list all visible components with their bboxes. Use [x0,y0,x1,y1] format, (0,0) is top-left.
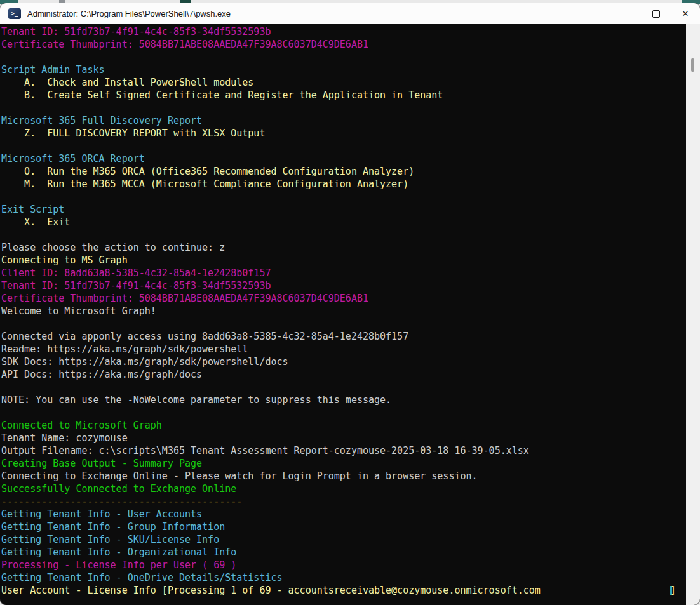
title-bar[interactable]: >_ Administrator: C:\Program Files\Power… [0,3,700,24]
scrollbar[interactable] [686,24,700,605]
minimize-button[interactable]: — [612,3,642,24]
terminal-line: X. Exit [1,216,686,229]
terminal-line: Output Filename: c:\scripts\M365 Tenant … [1,444,686,457]
terminal-line [1,190,686,203]
terminal-line: NOTE: You can use the -NoWelcome paramet… [1,394,686,406]
terminal-line: API Docs: https://aka.ms/graph/docs [1,368,686,381]
terminal-line: Connected via apponly access using 8add6… [1,330,686,343]
scrollbar-thumb[interactable] [691,58,694,72]
terminal-line: Connected to Microsoft Graph [1,419,686,432]
terminal-line [1,140,686,152]
maximize-icon [652,10,660,18]
terminal-line: Getting Tenant Info - User Accounts [1,508,686,521]
terminal-line: Please choose the action to continue: z [1,241,686,254]
terminal-line: Readme: https://aka.ms/graph/sdk/powersh… [1,343,686,356]
maximize-button[interactable] [642,3,671,24]
terminal-line: Exit Script [1,203,686,216]
terminal-line: Successfully Connected to Exchange Onlin… [1,482,686,495]
terminal-line [1,229,686,241]
terminal-output[interactable]: Tenant ID: 51fd73b7-4f91-4c4c-85f3-34df5… [0,24,686,605]
terminal-line: Tenant ID: 51fd73b7-4f91-4c4c-85f3-34df5… [1,279,686,292]
terminal-line: Microsoft 365 ORCA Report [1,152,686,165]
terminal-line: SDK Docs: https://aka.ms/graph/sdk/power… [1,356,686,368]
terminal-line: Certificate Thumbprint: 5084BB71ABE08AAE… [1,38,686,51]
terminal-line: Script Admin Tasks [1,63,686,76]
terminal-line [1,406,686,419]
close-button[interactable]: ✕ [671,3,700,24]
terminal-line: Getting Tenant Info - Group Information [1,521,686,533]
terminal-line: Tenant ID: 51fd73b7-4f91-4c4c-85f3-34df5… [1,25,686,38]
terminal-line: Tenant Name: cozymouse [1,432,686,444]
terminal-line: Connecting to Exchange Online - Please w… [1,470,686,482]
terminal-line [1,381,686,394]
minimize-icon: — [623,9,631,19]
terminal-line: User Account - License Info [Processing … [1,584,686,597]
terminal-line: O. Run the M365 ORCA (Office365 Recommen… [1,165,686,178]
terminal-line [1,102,686,114]
terminal-line: M. Run the M365 MCCA (Microsoft Complian… [1,178,686,190]
progress-close-bracket: ] [670,584,676,597]
terminal-line: ----------------------------------------… [1,495,686,508]
terminal-line: Connecting to MS Graph [1,254,686,267]
terminal-line: Certificate Thumbprint: 5084BB71ABE08AAE… [1,292,686,305]
terminal-line: Getting Tenant Info - Organizational Inf… [1,546,686,559]
terminal-line: Creating Base Output - Summary Page [1,457,686,470]
powershell-icon: >_ [8,8,21,19]
close-icon: ✕ [682,9,689,18]
powershell-window: >_ Administrator: C:\Program Files\Power… [0,3,700,605]
terminal-line [1,51,686,63]
terminal-line: Z. FULL DISCOVERY REPORT with XLSX Outpu… [1,127,686,140]
window-controls: — ✕ [612,3,700,24]
terminal-line: Processing - License Info per User ( 69 … [1,559,686,571]
terminal-line: Welcome to Microsoft Graph! [1,305,686,317]
terminal-line: A. Check and Install PowerShell modules [1,76,686,89]
window-title: Administrator: C:\Program Files\PowerShe… [27,9,231,18]
terminal-line: Getting Tenant Info - OneDrive Details/S… [1,571,686,584]
terminal-line: Microsoft 365 Full Discovery Report [1,114,686,127]
terminal-line: Client ID: 8add63a8-5385-4c32-85a4-1e242… [1,267,686,279]
terminal-line [1,317,686,330]
terminal-line: B. Create Self Signed Certificate and Re… [1,89,686,102]
terminal-line: Getting Tenant Info - SKU/License Info [1,533,686,546]
